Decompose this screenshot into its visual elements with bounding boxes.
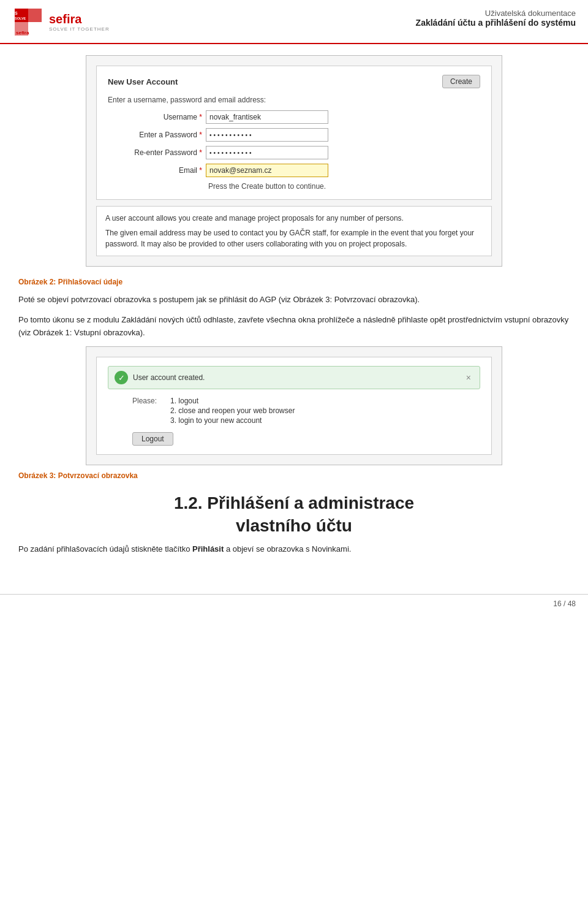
svg-text:sefira: sefira bbox=[16, 30, 29, 36]
body-text-1: Poté se objeví potvrzovací obrazovka s p… bbox=[18, 294, 570, 306]
section-heading: 1.2. Přihlášení a administrace vlastního… bbox=[18, 492, 570, 537]
repassword-row: Re-enter Password * bbox=[108, 146, 480, 159]
email-label: Email * bbox=[108, 166, 206, 175]
success-text: User account created. bbox=[133, 373, 205, 382]
password-label: Enter a Password * bbox=[108, 131, 206, 139]
panel-header: New User Account Create bbox=[108, 75, 480, 88]
please-section: Please: 1. logout 2. close and reopen yo… bbox=[108, 397, 480, 426]
password-input[interactable] bbox=[206, 128, 328, 142]
form-instruction: Enter a username, password and email add… bbox=[108, 96, 480, 104]
page-header: sefira SOLVE S sefira SOLVE IT TOGETHER … bbox=[0, 0, 588, 44]
check-circle-icon: ✓ bbox=[115, 371, 128, 384]
info-line-1: A user account allows you create and man… bbox=[105, 213, 483, 224]
please-steps: 1. logout 2. close and reopen your web b… bbox=[170, 397, 295, 426]
doc-title: Uživatelská dokumentace bbox=[416, 9, 576, 18]
logo-tagline: SOLVE IT TOGETHER bbox=[49, 26, 110, 32]
form-screenshot-box: New User Account Create Enter a username… bbox=[86, 55, 502, 267]
username-row: Username * bbox=[108, 110, 480, 124]
required-star-4: * bbox=[199, 166, 202, 175]
required-star: * bbox=[199, 113, 202, 121]
main-content: New User Account Create Enter a username… bbox=[0, 44, 588, 576]
header-right: Uživatelská dokumentace Zakládání účtu a… bbox=[416, 6, 576, 28]
panel-title: New User Account bbox=[108, 77, 178, 86]
repassword-label: Re-enter Password * bbox=[108, 148, 206, 157]
step-2: 2. close and reopen your web browser bbox=[170, 406, 295, 415]
required-star-2: * bbox=[199, 131, 202, 139]
section-heading-line1: 1.2. Přihlášení a administrace bbox=[174, 493, 414, 512]
create-button[interactable]: Create bbox=[442, 75, 480, 88]
info-line-2: The given email address may be used to c… bbox=[105, 227, 483, 249]
page-number: 16 / 48 bbox=[553, 599, 576, 608]
form-footer-note: Press the Create button to continue. bbox=[108, 182, 480, 191]
form-panel: New User Account Create Enter a username… bbox=[96, 66, 492, 200]
figure2-caption: Obrázek 3: Potvrzovací obrazovka bbox=[18, 471, 570, 480]
info-panel: A user account allows you create and man… bbox=[96, 206, 492, 256]
confirmation-screenshot-box: ✓ User account created. × Please: 1. log… bbox=[86, 346, 502, 465]
logo-area: sefira SOLVE S sefira SOLVE IT TOGETHER bbox=[12, 6, 110, 38]
close-button[interactable]: × bbox=[464, 373, 473, 382]
svg-text:S: S bbox=[15, 11, 18, 15]
svg-marker-2 bbox=[28, 9, 42, 22]
step-3: 3. login to your new account bbox=[170, 416, 295, 425]
section-heading-line2: vlastního účtu bbox=[236, 516, 352, 535]
figure1-caption: Obrázek 2: Přihlašovací údaje bbox=[18, 278, 570, 286]
repassword-input[interactable] bbox=[206, 146, 328, 159]
section-body: Po zadání přihlašovacích údajů stiskněte… bbox=[18, 543, 570, 556]
body-text-2: Po tomto úkonu se z modulu Zakládání nov… bbox=[18, 314, 570, 340]
confirmation-panel: ✓ User account created. × Please: 1. log… bbox=[96, 357, 492, 455]
page-footer: 16 / 48 bbox=[0, 594, 588, 613]
success-banner: ✓ User account created. × bbox=[108, 366, 480, 389]
username-input[interactable] bbox=[206, 110, 328, 124]
sefira-logo-icon: sefira SOLVE S bbox=[12, 6, 44, 38]
step-1: 1. logout bbox=[170, 397, 295, 405]
username-label: Username * bbox=[108, 113, 206, 121]
email-input[interactable] bbox=[206, 164, 328, 177]
doc-subtitle: Zakládání účtu a přihlášení do systému bbox=[416, 18, 576, 28]
please-label: Please: bbox=[132, 397, 163, 426]
password-row: Enter a Password * bbox=[108, 128, 480, 142]
email-row: Email * bbox=[108, 164, 480, 177]
svg-text:SOLVE: SOLVE bbox=[15, 17, 26, 20]
logo-name: sefira bbox=[49, 12, 110, 26]
success-left: ✓ User account created. bbox=[115, 371, 205, 384]
required-star-3: * bbox=[199, 148, 202, 157]
prihlasit-bold: Přihlásit bbox=[192, 544, 224, 554]
logout-button[interactable]: Logout bbox=[132, 432, 173, 446]
logo-text-area: sefira SOLVE IT TOGETHER bbox=[49, 12, 110, 32]
